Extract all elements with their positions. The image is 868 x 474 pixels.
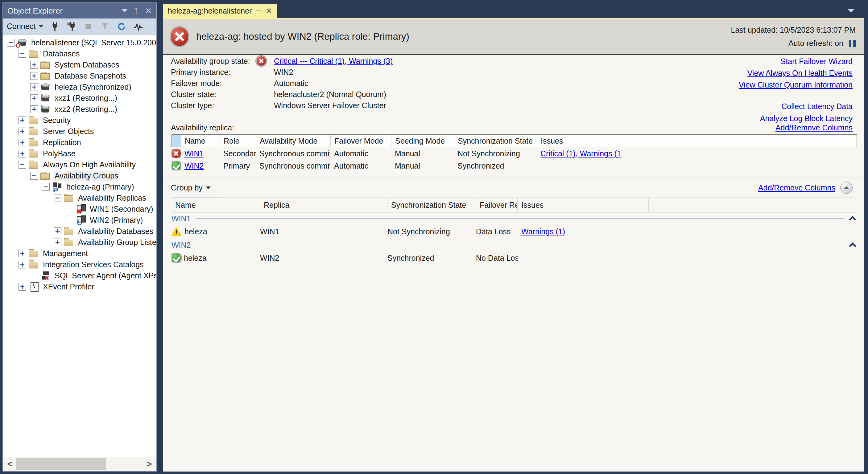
expand-icon[interactable] xyxy=(54,239,61,246)
column-header-availability-mode[interactable]: Availability Mode xyxy=(256,135,331,147)
activity-monitor-icon[interactable] xyxy=(133,21,144,32)
expand-icon[interactable] xyxy=(19,250,26,257)
column-header-synchronization-state[interactable]: Synchronization State xyxy=(388,198,476,212)
tree-item-security[interactable]: Security xyxy=(3,115,156,126)
tree-item-heleza-db[interactable]: heleza (Synchronized) xyxy=(3,81,156,93)
column-header-name[interactable]: Name xyxy=(172,198,260,212)
collapse-section-button[interactable] xyxy=(840,181,852,194)
connect-plug-icon[interactable] xyxy=(50,21,60,32)
tree-item-sql-server-agent[interactable]: ✖SQL Server Agent (Agent XPs disabl xyxy=(3,270,156,281)
table-row[interactable]: heleza WIN2 Synchronized No Data Loss xyxy=(172,250,857,266)
view-health-events-link[interactable]: View Always On Health Events xyxy=(747,69,852,77)
group-by-button[interactable]: Group by xyxy=(171,183,211,192)
expand-icon[interactable] xyxy=(30,94,38,102)
column-header-replica[interactable]: Replica xyxy=(260,198,388,212)
tree-item-xxz2[interactable]: ↑xxz2 (Restoring...) xyxy=(3,104,156,115)
tab-heleza-ag[interactable]: heleza-ag:helenalistener ⊺ ✕ xyxy=(163,4,277,18)
tree-item-availability-group-listeners[interactable]: Availability Group Listen xyxy=(3,237,156,248)
collect-latency-data-link[interactable]: Collect Latency Data xyxy=(781,102,852,111)
tree-item-availability-replicas[interactable]: Availability Replicas xyxy=(3,192,156,203)
column-header-issues[interactable]: Issues xyxy=(537,135,621,147)
ag-state-link[interactable]: Critical --- Critical (1), Warnings (3) xyxy=(274,57,393,66)
expand-icon[interactable] xyxy=(30,83,38,91)
folder-icon xyxy=(29,127,39,136)
column-header-failover-readiness[interactable]: Failover Re... xyxy=(476,198,518,212)
tree-item-availability-groups[interactable]: Availability Groups xyxy=(3,170,156,181)
chevron-up-icon[interactable] xyxy=(848,242,857,248)
view-cluster-quorum-link[interactable]: View Cluster Quorum Information xyxy=(739,80,852,89)
stop-icon[interactable] xyxy=(83,21,93,32)
close-icon[interactable]: ✕ xyxy=(266,7,272,15)
tree-item-replication[interactable]: Replication xyxy=(3,137,156,148)
tab-list-dropdown-icon[interactable] xyxy=(848,9,855,13)
collapse-icon[interactable] xyxy=(19,50,26,58)
heleza-win1-warnings-link[interactable]: Warnings (1) xyxy=(521,227,565,236)
window-position-icon[interactable] xyxy=(122,9,127,12)
expand-icon[interactable] xyxy=(30,61,38,69)
pin-icon[interactable]: ⊺ xyxy=(255,9,262,13)
tree-item-heleza-ag[interactable]: ⇄heleza-ag (Primary) xyxy=(3,181,156,192)
refresh-icon[interactable] xyxy=(116,21,127,32)
column-header-issues[interactable]: Issues xyxy=(518,198,649,212)
table-row[interactable]: WIN1 Secondary Synchronous commit Automa… xyxy=(172,147,857,160)
collapse-icon[interactable] xyxy=(42,183,50,191)
expand-icon[interactable] xyxy=(19,128,26,135)
table-row[interactable]: heleza WIN1 Not Synchronizing Data Loss … xyxy=(172,224,857,239)
database-restoring-icon: ↑ xyxy=(40,104,51,114)
status-column-header[interactable] xyxy=(172,135,181,147)
column-header-seeding-mode[interactable]: Seeding Mode xyxy=(392,135,454,147)
tree-item-integration-services[interactable]: Integration Services Catalogs xyxy=(3,259,156,270)
expand-icon[interactable] xyxy=(19,261,26,268)
close-icon[interactable]: ✕ xyxy=(145,7,152,15)
tree-item-alwayson[interactable]: Always On High Availability xyxy=(3,159,156,170)
replica-win2-link[interactable]: WIN2 xyxy=(184,162,204,170)
expand-icon[interactable] xyxy=(19,139,26,146)
tree-item-databases[interactable]: Databases xyxy=(3,48,156,59)
pause-icon[interactable] xyxy=(849,40,856,47)
analyze-log-block-latency-link[interactable]: Analyze Log Block Latency xyxy=(760,114,852,123)
replica-win1-link[interactable]: WIN1 xyxy=(184,149,204,158)
tree-item-server-objects[interactable]: Server Objects xyxy=(3,126,156,137)
tree-item-management[interactable]: Management xyxy=(3,248,156,259)
tree-item-win1-replica[interactable]: ✖WIN1 (Secondary) xyxy=(3,203,156,214)
add-remove-columns-link[interactable]: Add/Remove Columns xyxy=(758,183,835,192)
add-remove-columns-link[interactable]: Add/Remove Columns xyxy=(775,123,852,132)
connect-button[interactable]: Connect xyxy=(7,22,43,31)
replica-error-icon: ✖ xyxy=(75,204,86,213)
folder-icon xyxy=(29,115,39,125)
tree-item-xxz1[interactable]: ↑xxz1 (Restoring...) xyxy=(3,93,156,104)
replica-win1-issues-link[interactable]: Critical (1), Warnings (1) xyxy=(540,149,621,158)
expand-icon[interactable] xyxy=(19,283,26,291)
group-header-win2[interactable]: WIN2 xyxy=(172,240,857,250)
column-header-name[interactable]: Name xyxy=(181,135,220,147)
tree-item-server[interactable]: helenalistener (SQL Server 15.0.2000.5 - xyxy=(3,37,156,48)
table-row[interactable]: WIN2 Primary Synchronous commit Automati… xyxy=(172,160,857,172)
column-header-role[interactable]: Role xyxy=(220,135,256,147)
collapse-icon[interactable] xyxy=(54,194,61,202)
tree-item-win2-replica[interactable]: ↻WIN2 (Primary) xyxy=(3,214,156,226)
tree-item-system-databases[interactable]: System Databases xyxy=(3,59,156,70)
disconnect-plug-icon[interactable] xyxy=(66,21,77,32)
expand-icon[interactable] xyxy=(19,116,26,124)
filter-icon[interactable] xyxy=(100,21,110,32)
collapse-icon[interactable] xyxy=(7,39,14,46)
expand-icon[interactable] xyxy=(19,150,26,158)
chevron-up-icon[interactable] xyxy=(848,215,857,222)
scrollbar-thumb[interactable] xyxy=(16,458,106,470)
collapse-icon[interactable] xyxy=(19,161,26,169)
column-header-failover-mode[interactable]: Failover Mode xyxy=(331,135,392,147)
tree-item-xevent-profiler[interactable]: ϟXEvent Profiler xyxy=(3,281,156,292)
expand-icon[interactable] xyxy=(54,228,61,235)
scroll-right-icon[interactable]: > xyxy=(143,457,156,471)
expand-icon[interactable] xyxy=(30,72,38,80)
tree-item-database-snapshots[interactable]: Database Snapshots xyxy=(3,70,156,81)
collapse-icon[interactable] xyxy=(30,172,38,180)
tree-item-polybase[interactable]: PolyBase xyxy=(3,148,156,159)
group-header-win1[interactable]: WIN1 xyxy=(172,213,857,224)
column-header-synchronization-state[interactable]: Synchronization State xyxy=(454,135,537,147)
scroll-left-icon[interactable]: < xyxy=(3,457,17,471)
start-failover-wizard-link[interactable]: Start Failover Wizard xyxy=(781,57,852,66)
horizontal-scrollbar[interactable]: < > xyxy=(3,457,156,471)
expand-icon[interactable] xyxy=(30,105,38,113)
pin-icon[interactable]: ⊺ xyxy=(134,7,138,15)
